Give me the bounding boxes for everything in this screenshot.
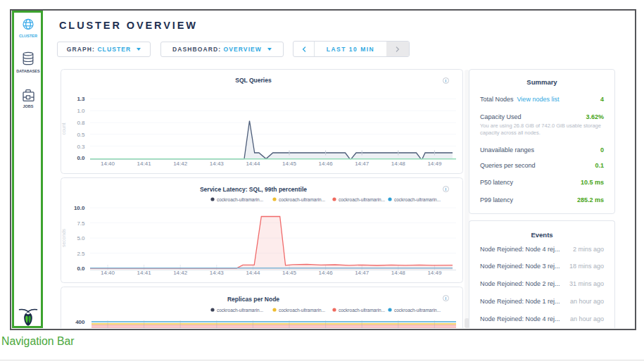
svg-text:10.0: 10.0 xyxy=(74,205,85,211)
svg-text:0.8: 0.8 xyxy=(77,120,85,126)
svg-text:0.5: 0.5 xyxy=(77,132,85,138)
svg-text:14:45: 14:45 xyxy=(282,270,297,276)
svg-text:14:42: 14:42 xyxy=(173,161,188,167)
svg-text:cockroach-ultramarin...: cockroach-ultramarin... xyxy=(394,197,441,202)
svg-text:cockroach-ultramarin...: cockroach-ultramarin... xyxy=(279,197,325,202)
svg-text:7.5: 7.5 xyxy=(77,220,85,227)
svg-text:14:44: 14:44 xyxy=(246,270,260,276)
svg-text:1.0: 1.0 xyxy=(77,108,85,114)
svg-text:14:48: 14:48 xyxy=(391,270,406,276)
svg-text:count: count xyxy=(61,123,66,134)
svg-text:0.3: 0.3 xyxy=(77,144,85,150)
svg-text:5.0: 5.0 xyxy=(77,235,85,241)
svg-text:14:45: 14:45 xyxy=(282,161,297,167)
svg-text:0.0: 0.0 xyxy=(77,265,85,272)
svg-text:14:47: 14:47 xyxy=(355,161,370,167)
svg-text:0.0: 0.0 xyxy=(77,155,85,161)
svg-text:cockroach-ultramarin...: cockroach-ultramarin... xyxy=(339,308,385,313)
svg-text:14:46: 14:46 xyxy=(319,161,334,167)
svg-text:14:41: 14:41 xyxy=(137,161,152,167)
svg-text:cockroach-ultramarin...: cockroach-ultramarin... xyxy=(394,308,441,313)
svg-text:cockroach-ultramarin...: cockroach-ultramarin... xyxy=(339,197,385,202)
svg-text:14:49: 14:49 xyxy=(427,270,442,276)
svg-text:2.5: 2.5 xyxy=(77,251,85,257)
svg-text:14:41: 14:41 xyxy=(137,270,152,276)
svg-text:SQL Queries: SQL Queries xyxy=(235,77,272,84)
svg-text:14:46: 14:46 xyxy=(319,270,334,276)
svg-text:14:49: 14:49 xyxy=(427,161,442,167)
svg-text:cockroach-ultramarin...: cockroach-ultramarin... xyxy=(279,308,325,313)
svg-text:14:40: 14:40 xyxy=(101,270,115,276)
svg-text:14:42: 14:42 xyxy=(173,270,188,276)
svg-text:400: 400 xyxy=(75,319,85,325)
svg-text:14:43: 14:43 xyxy=(210,270,225,276)
svg-text:14:44: 14:44 xyxy=(246,161,260,167)
svg-text:Service Latency: SQL, 99th per: Service Latency: SQL, 99th percentile xyxy=(200,186,307,193)
svg-text:Replicas per Node: Replicas per Node xyxy=(227,296,279,303)
svg-text:seconds: seconds xyxy=(61,228,66,247)
svg-text:14:47: 14:47 xyxy=(355,270,370,276)
svg-text:14:48: 14:48 xyxy=(391,161,406,167)
svg-text:14:43: 14:43 xyxy=(210,161,225,167)
svg-text:1.3: 1.3 xyxy=(77,96,85,102)
svg-text:cockroach-ultramarin...: cockroach-ultramarin... xyxy=(217,197,263,202)
svg-text:cockroach-ultramarin...: cockroach-ultramarin... xyxy=(217,308,263,313)
svg-text:14:40: 14:40 xyxy=(101,161,115,167)
